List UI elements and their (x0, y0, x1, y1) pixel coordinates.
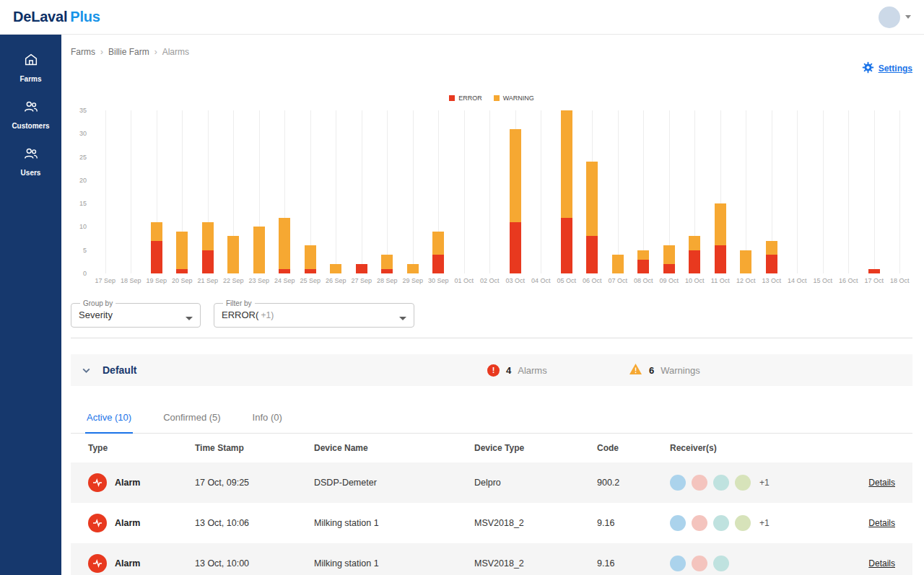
alarm-chart: ERROR WARNING 05101520253035 17 Sep18 Se… (71, 95, 912, 288)
tab-info[interactable]: Info (0) (251, 408, 284, 433)
settings-link[interactable]: Settings (879, 63, 912, 74)
filter-by-select[interactable]: Filter by ERROR( +1) (214, 299, 414, 328)
details-link[interactable]: Details (868, 518, 895, 528)
warning-bar-segment (381, 255, 393, 268)
error-bar-segment (689, 250, 700, 273)
error-bar-segment (766, 255, 777, 273)
sidebar-item-customers[interactable]: Customers (0, 92, 61, 139)
error-bar-segment (151, 241, 162, 273)
people-icon (23, 99, 39, 118)
warning-bar-segment (766, 241, 777, 255)
error-bar-segment (586, 236, 598, 273)
breadcrumb-farms[interactable]: Farms (71, 47, 95, 57)
chart-column: 03 Oct (502, 110, 528, 273)
sidebar-item-farms[interactable]: Farms (0, 45, 61, 92)
chart-column: 06 Oct (580, 110, 606, 273)
bar-stack (868, 269, 880, 273)
error-bar-segment (561, 218, 572, 273)
bar-stack (305, 245, 316, 273)
sidebar-item-label: Farms (19, 75, 41, 83)
x-tick-label: 10 Oct (685, 277, 705, 284)
row-type: Alarm (115, 518, 140, 528)
row-device-type: MSV2018_2 (474, 518, 597, 528)
gear-icon[interactable] (862, 61, 874, 76)
chart-column: 09 Oct (656, 110, 682, 273)
filter-by-label: Filter by (223, 299, 255, 307)
warning-bar-segment (253, 227, 265, 273)
table-body: Alarm 17 Oct, 09:25 DSDP-Demeter Delpro … (71, 462, 912, 575)
chart-column: 20 Sep (170, 110, 196, 273)
warnings-label: Warnings (661, 365, 699, 376)
x-tick-label: 07 Oct (608, 277, 627, 284)
filter-by-value: ERROR( (222, 310, 258, 320)
bar-stack (715, 203, 726, 273)
bar-stack (176, 232, 188, 273)
tab-confirmed[interactable]: Confirmed (5) (162, 408, 222, 433)
bar-stack (689, 236, 700, 273)
warning-bar-segment (279, 218, 290, 269)
error-bar-segment (432, 255, 444, 273)
tab-active[interactable]: Active (10) (85, 408, 133, 434)
error-bar-segment (868, 269, 880, 273)
col-code: Code (597, 443, 670, 453)
chart-column: 30 Sep (426, 110, 452, 273)
row-receivers (670, 556, 830, 571)
error-bar-segment (510, 222, 521, 273)
x-tick-label: 20 Sep (172, 277, 193, 284)
chart-column: 18 Sep (118, 110, 144, 273)
receiver-avatar (670, 556, 686, 571)
row-type-cell: Alarm (88, 514, 195, 532)
warnings-stat: 6 Warnings (629, 363, 770, 378)
top-header: DeLavalPlus (0, 0, 924, 35)
bar-stack (253, 227, 265, 273)
row-receivers: +1 (670, 475, 830, 491)
breadcrumb-billie-farm[interactable]: Billie Farm (108, 47, 149, 57)
chart-column: 08 Oct (631, 110, 657, 273)
x-tick-label: 27 Sep (351, 277, 372, 284)
x-tick-label: 08 Oct (634, 277, 653, 284)
x-tick-label: 11 Oct (711, 277, 730, 284)
legend-item-error: ERROR (449, 95, 482, 102)
y-tick-label: 10 (79, 223, 87, 230)
details-link[interactable]: Details (868, 558, 895, 569)
row-device-name: Milking station 1 (314, 558, 474, 569)
x-tick-label: 02 Oct (480, 277, 500, 284)
x-tick-label: 19 Sep (146, 277, 167, 284)
warning-bar-segment (510, 129, 521, 222)
receiver-avatar (735, 515, 751, 531)
error-bar-segment (356, 264, 367, 273)
alarm-icon (88, 554, 107, 573)
chart-column: 29 Sep (400, 110, 426, 273)
col-type: Type (88, 443, 195, 453)
error-bar-segment (279, 269, 290, 273)
chart-column: 22 Sep (221, 110, 247, 273)
chart-legend: ERROR WARNING (71, 95, 912, 102)
chart-column: 15 Oct (810, 110, 836, 273)
chart-column: 11 Oct (707, 110, 733, 273)
alarms-count: 4 (506, 365, 511, 376)
avatar[interactable] (879, 6, 900, 28)
receiver-avatar (713, 556, 729, 571)
chart-column: 02 Oct (477, 110, 503, 273)
bar-stack (663, 245, 675, 273)
warning-bar-segment (663, 245, 675, 264)
bar-stack (432, 232, 444, 273)
sidebar-item-users[interactable]: Users (0, 139, 61, 185)
receiver-avatar (670, 475, 686, 491)
x-tick-label: 16 Oct (839, 277, 858, 284)
row-type: Alarm (115, 558, 140, 569)
col-device-name: Device Name (314, 443, 474, 453)
chart-column: 25 Sep (297, 110, 323, 273)
details-link[interactable]: Details (868, 478, 895, 488)
x-tick-label: 04 Oct (531, 277, 551, 284)
brand-primary: DeLaval (13, 9, 67, 25)
y-tick-label: 35 (79, 107, 87, 114)
bar-stack (381, 255, 393, 273)
user-menu[interactable] (879, 6, 911, 28)
group-by-select[interactable]: Group by Severity (71, 299, 201, 328)
warning-bar-segment (305, 245, 316, 268)
warning-bar-segment (227, 236, 239, 273)
alarm-badge-icon: ! (487, 364, 500, 377)
collapse-chevron-icon[interactable] (81, 365, 92, 376)
legend-item-warning: WARNING (494, 95, 534, 102)
